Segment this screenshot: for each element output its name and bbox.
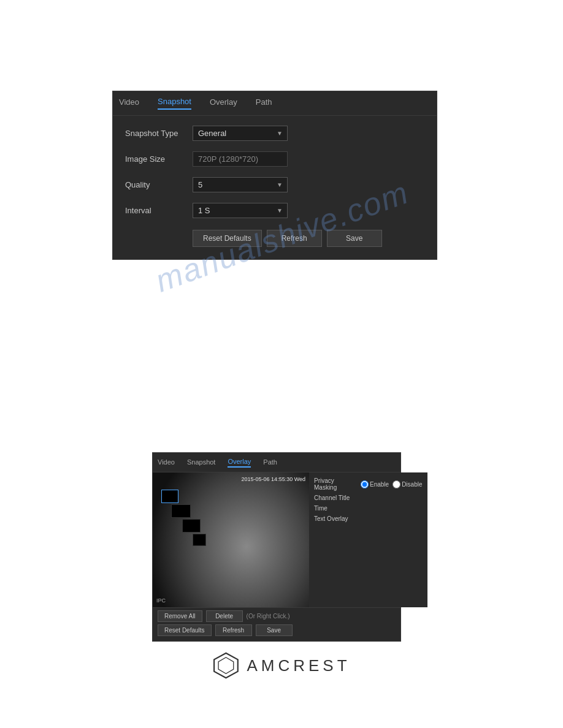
text-overlay-label: Text Overlay <box>314 515 357 522</box>
preview-ipc-label: IPC <box>156 597 166 604</box>
bottom-tab-path[interactable]: Path <box>263 458 277 467</box>
image-size-row: Image Size 720P (1280*720) <box>125 150 424 167</box>
svg-marker-1 <box>218 658 234 673</box>
tab-snapshot[interactable]: Snapshot <box>158 97 191 110</box>
snapshot-type-row: Snapshot Type General Event <box>125 124 424 142</box>
quality-control: 1234 56 <box>193 177 424 192</box>
mask-box-4[interactable] <box>193 534 206 546</box>
snapshot-type-control: General Event <box>193 126 424 141</box>
snapshot-type-select-wrapper[interactable]: General Event <box>193 126 288 141</box>
privacy-masking-enable[interactable]: Enable <box>361 480 389 488</box>
tab-path[interactable]: Path <box>256 97 272 109</box>
image-size-value: 720P (1280*720) <box>193 151 288 167</box>
overlay-refresh-button[interactable]: Refresh <box>215 624 252 636</box>
preview-timestamp: 2015-05-06 14:55:30 Wed <box>242 476 305 482</box>
overlay-content-area: 2015-05-06 14:55:30 Wed IPC Privacy Mask… <box>153 472 400 607</box>
image-size-control: 720P (1280*720) <box>193 151 424 167</box>
time-label: Time <box>314 505 357 512</box>
snapshot-type-label: Snapshot Type <box>125 129 193 138</box>
bottom-tab-video[interactable]: Video <box>158 458 175 467</box>
bottom-tab-overlay[interactable]: Overlay <box>228 458 251 468</box>
amcrest-logo-text: AMCREST <box>247 656 350 675</box>
channel-title-label: Channel Title <box>314 495 357 501</box>
privacy-masking-disable[interactable]: Disable <box>393 480 422 488</box>
refresh-button[interactable]: Refresh <box>267 230 322 247</box>
overlay-bottom-buttons: Remove All Delete (Or Right Click.) Rese… <box>153 607 400 641</box>
interval-select-wrapper[interactable]: 1 S 2 S 5 S 10 S <box>193 203 288 218</box>
mask-box-3[interactable] <box>182 519 201 533</box>
quality-select[interactable]: 1234 56 <box>193 177 288 192</box>
tab-video[interactable]: Video <box>119 97 139 109</box>
overlay-btn-row-1: Remove All Delete (Or Right Click.) <box>158 610 396 622</box>
privacy-masking-label: Privacy Masking <box>314 477 357 491</box>
privacy-disable-radio[interactable] <box>393 480 400 488</box>
save-button[interactable]: Save <box>327 230 382 247</box>
mask-box-1[interactable] <box>161 490 178 503</box>
interval-row: Interval 1 S 2 S 5 S 10 S <box>125 202 424 219</box>
reset-defaults-button[interactable]: Reset Defaults <box>193 230 262 247</box>
privacy-masking-row: Privacy Masking Enable Disable <box>314 477 423 491</box>
remove-all-button[interactable]: Remove All <box>158 610 202 622</box>
overlay-preview[interactable]: 2015-05-06 14:55:30 Wed IPC <box>153 472 309 607</box>
delete-button[interactable]: Delete <box>206 610 243 622</box>
snapshot-type-select[interactable]: General Event <box>193 126 288 141</box>
privacy-enable-radio[interactable] <box>361 480 369 488</box>
tab-overlay[interactable]: Overlay <box>210 97 237 109</box>
bottom-tab-bar: Video Snapshot Overlay Path <box>153 453 400 472</box>
snapshot-settings-panel: Video Snapshot Overlay Path Snapshot Typ… <box>112 91 437 260</box>
image-size-label: Image Size <box>125 154 193 164</box>
overlay-settings-panel: Video Snapshot Overlay Path 2015-05-06 1… <box>152 452 401 642</box>
quality-row: Quality 1234 56 <box>125 176 424 193</box>
interval-control: 1 S 2 S 5 S 10 S <box>193 203 424 218</box>
privacy-masking-radio-group: Enable Disable <box>361 480 423 488</box>
top-button-row: Reset Defaults Refresh Save <box>193 227 424 247</box>
amcrest-hex-icon <box>212 652 239 679</box>
time-row: Time <box>314 505 423 512</box>
text-overlay-row: Text Overlay <box>314 515 423 522</box>
overlay-sidebar: Privacy Masking Enable Disable Channel T… <box>309 472 427 607</box>
amcrest-logo-area: AMCREST <box>212 652 350 679</box>
overlay-btn-row-2: Reset Defaults Refresh Save <box>158 624 396 636</box>
interval-select[interactable]: 1 S 2 S 5 S 10 S <box>193 203 288 218</box>
snapshot-form: Snapshot Type General Event Image Size 7… <box>113 116 437 259</box>
svg-marker-0 <box>214 653 238 678</box>
quality-label: Quality <box>125 180 193 189</box>
top-tab-bar: Video Snapshot Overlay Path <box>113 91 437 116</box>
quality-select-wrapper[interactable]: 1234 56 <box>193 177 288 192</box>
right-click-hint: (Or Right Click.) <box>247 610 290 622</box>
bottom-tab-snapshot[interactable]: Snapshot <box>187 458 215 467</box>
interval-label: Interval <box>125 206 193 215</box>
overlay-save-button[interactable]: Save <box>256 624 293 636</box>
channel-title-row: Channel Title <box>314 495 423 501</box>
overlay-reset-defaults-button[interactable]: Reset Defaults <box>158 624 212 636</box>
mask-box-2[interactable] <box>171 504 191 518</box>
